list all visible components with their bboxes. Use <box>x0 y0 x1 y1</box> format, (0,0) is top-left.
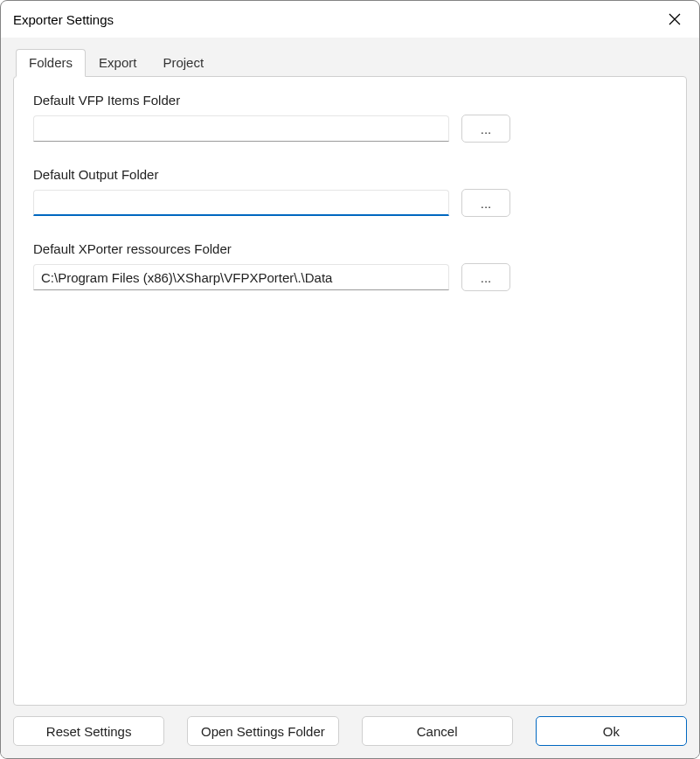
ok-button[interactable]: Ok <box>536 716 687 746</box>
exporter-settings-window: Exporter Settings Folders Export Project… <box>0 0 700 759</box>
tab-export[interactable]: Export <box>86 49 149 77</box>
field-row-resources: ... <box>33 263 667 291</box>
label-vfp-items: Default VFP Items Folder <box>33 93 667 108</box>
tab-page-folders: Default VFP Items Folder ... Default Out… <box>13 76 687 706</box>
field-group-vfp-items: Default VFP Items Folder ... <box>33 93 667 143</box>
cancel-button[interactable]: Cancel <box>362 716 513 746</box>
field-group-resources: Default XPorter ressources Folder ... <box>33 241 667 291</box>
input-vfp-items-folder[interactable] <box>33 115 449 142</box>
titlebar: Exporter Settings <box>1 1 699 38</box>
input-output-folder[interactable] <box>33 190 449 216</box>
browse-resources-button[interactable]: ... <box>461 263 510 291</box>
field-group-output: Default Output Folder ... <box>33 167 667 217</box>
field-row-output: ... <box>33 189 667 217</box>
browse-output-button[interactable]: ... <box>461 189 510 217</box>
close-button[interactable] <box>661 7 689 31</box>
browse-vfp-items-button[interactable]: ... <box>461 115 510 143</box>
window-title: Exporter Settings <box>13 12 114 27</box>
tab-strip: Folders Export Project <box>16 48 687 76</box>
reset-settings-button[interactable]: Reset Settings <box>13 716 164 746</box>
client-area: Folders Export Project Default VFP Items… <box>1 38 699 758</box>
tab-folders[interactable]: Folders <box>16 49 86 77</box>
button-bar: Reset Settings Open Settings Folder Canc… <box>13 706 687 746</box>
input-resources-folder[interactable] <box>33 264 449 290</box>
label-resources: Default XPorter ressources Folder <box>33 241 667 256</box>
field-row-vfp-items: ... <box>33 115 667 143</box>
label-output: Default Output Folder <box>33 167 667 182</box>
open-settings-folder-button[interactable]: Open Settings Folder <box>187 716 338 746</box>
tab-project[interactable]: Project <box>149 49 217 77</box>
close-icon <box>669 13 681 25</box>
tab-control: Folders Export Project Default VFP Items… <box>13 48 687 706</box>
